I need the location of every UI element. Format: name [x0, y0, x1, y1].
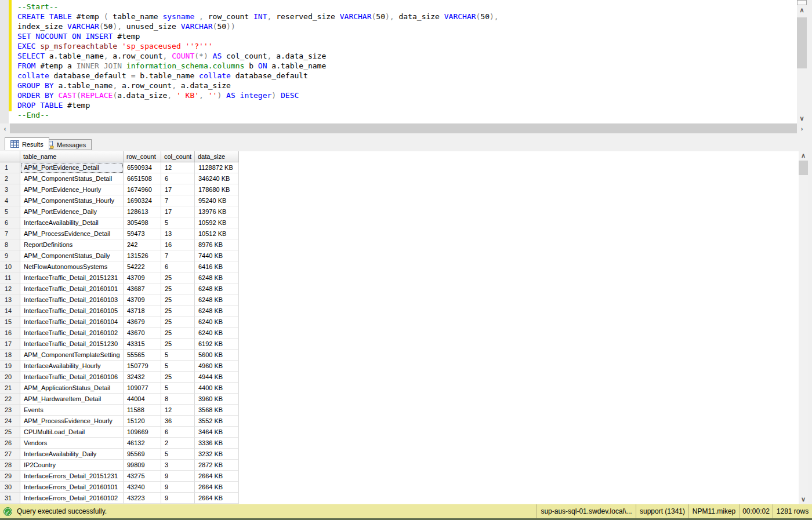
grid-cell[interactable]: 6248 KB — [195, 306, 239, 317]
scroll-down-icon[interactable]: ∨ — [799, 495, 808, 504]
column-header-col_count[interactable]: col_count — [161, 151, 195, 162]
grid-cell[interactable]: 9 — [161, 493, 195, 504]
row-number[interactable]: 24 — [0, 416, 20, 427]
grid-cell[interactable]: 305498 — [124, 217, 161, 228]
grid-cell[interactable]: 10512 KB — [195, 228, 239, 239]
grid-corner-cell[interactable] — [0, 151, 20, 162]
column-header-data_size[interactable]: data_size — [195, 151, 239, 162]
grid-cell[interactable]: 5 — [161, 217, 195, 228]
grid-cell[interactable]: 25 — [161, 339, 195, 350]
grid-cell[interactable]: 5600 KB — [195, 350, 239, 361]
grid-cell[interactable]: 43679 — [124, 317, 161, 328]
grid-cell[interactable]: 3552 KB — [195, 416, 239, 427]
row-number[interactable]: 20 — [0, 372, 20, 383]
row-number[interactable]: 11 — [0, 272, 20, 283]
scroll-left-icon[interactable]: ‹ — [0, 123, 10, 133]
grid-cell[interactable]: 3960 KB — [195, 394, 239, 405]
editor-horizontal-scrollbar[interactable]: ‹ › — [0, 123, 807, 133]
grid-cell[interactable]: 1690324 — [124, 195, 161, 206]
grid-cell[interactable]: 17 — [161, 184, 195, 195]
grid-cell[interactable]: 7 — [161, 250, 195, 261]
grid-cell[interactable]: 8 — [161, 394, 195, 405]
grid-cell[interactable]: 6590934 — [124, 162, 161, 173]
grid-cell[interactable]: 32432 — [124, 372, 161, 383]
grid-cell[interactable]: 43687 — [124, 283, 161, 294]
grid-cell[interactable]: 43240 — [124, 482, 161, 493]
grid-cell[interactable]: 25 — [161, 372, 195, 383]
grid-cell[interactable]: 44004 — [124, 394, 161, 405]
grid-cell[interactable]: 2872 KB — [195, 460, 239, 471]
grid-vscroll-thumb[interactable] — [799, 161, 808, 175]
editor-vertical-scrollbar[interactable]: ∧ ∨ — [797, 0, 807, 123]
grid-cell[interactable]: 5 — [161, 350, 195, 361]
row-number[interactable]: 18 — [0, 350, 20, 361]
grid-cell[interactable]: InterfaceTraffic_Detail_20151230 — [20, 339, 124, 350]
grid-cell[interactable]: APM_ComponentStatus_Daily — [20, 250, 124, 261]
grid-cell[interactable]: InterfaceAvailability_Hourly — [20, 361, 124, 372]
grid-cell[interactable]: InterfaceTraffic_Detail_20160102 — [20, 328, 124, 339]
row-number[interactable]: 26 — [0, 438, 20, 449]
grid-cell[interactable]: InterfaceTraffic_Detail_20160104 — [20, 317, 124, 328]
row-number[interactable]: 29 — [0, 471, 20, 482]
grid-cell[interactable]: Events — [20, 405, 124, 416]
grid-cell[interactable]: 95240 KB — [195, 195, 239, 206]
grid-cell[interactable]: InterfaceTraffic_Detail_20151231 — [20, 272, 124, 283]
grid-vertical-scrollbar[interactable]: ∧ ∨ — [799, 151, 808, 504]
grid-cell[interactable]: 10592 KB — [195, 217, 239, 228]
row-number[interactable]: 7 — [0, 228, 20, 239]
row-number[interactable]: 10 — [0, 261, 20, 272]
row-number[interactable]: 2 — [0, 173, 20, 184]
tab-results[interactable]: Results — [5, 137, 49, 150]
grid-cell[interactable]: 2 — [161, 438, 195, 449]
grid-cell[interactable]: 25 — [161, 283, 195, 294]
grid-cell[interactable]: 6248 KB — [195, 272, 239, 283]
grid-cell[interactable]: 3232 KB — [195, 449, 239, 460]
grid-cell[interactable]: 9 — [161, 471, 195, 482]
grid-cell[interactable]: APM_ComponentTemplateSetting — [20, 350, 124, 361]
grid-cell[interactable]: 43709 — [124, 272, 161, 283]
grid-cell[interactable]: 1674960 — [124, 184, 161, 195]
grid-cell[interactable]: 43275 — [124, 471, 161, 482]
row-number[interactable]: 25 — [0, 427, 20, 438]
row-number[interactable]: 14 — [0, 306, 20, 317]
grid-cell[interactable]: 131526 — [124, 250, 161, 261]
grid-cell[interactable]: 43315 — [124, 339, 161, 350]
grid-cell[interactable]: 2664 KB — [195, 493, 239, 504]
grid-cell[interactable]: 6 — [161, 427, 195, 438]
row-number[interactable]: 31 — [0, 493, 20, 504]
scroll-up-icon[interactable]: ∧ — [797, 6, 807, 14]
grid-cell[interactable]: 3464 KB — [195, 427, 239, 438]
grid-cell[interactable]: Vendors — [20, 438, 124, 449]
grid-cell[interactable]: APM_ApplicationStatus_Detail — [20, 383, 124, 394]
grid-cell[interactable]: 6416 KB — [195, 261, 239, 272]
grid-cell[interactable]: 6 — [161, 261, 195, 272]
grid-cell[interactable]: 6240 KB — [195, 317, 239, 328]
grid-cell[interactable]: APM_PortEvidence_Detail — [20, 162, 124, 173]
grid-cell[interactable]: 4400 KB — [195, 383, 239, 394]
row-number[interactable]: 13 — [0, 294, 20, 306]
grid-cell[interactable]: 8976 KB — [195, 239, 239, 250]
grid-cell[interactable]: 25 — [161, 328, 195, 339]
row-number[interactable]: 27 — [0, 449, 20, 460]
grid-cell[interactable]: APM_HardwareItem_Detail — [20, 394, 124, 405]
grid-cell[interactable]: 59473 — [124, 228, 161, 239]
grid-cell[interactable]: 7440 KB — [195, 250, 239, 261]
grid-cell[interactable]: 1128872 KB — [195, 162, 239, 173]
row-number[interactable]: 4 — [0, 195, 20, 206]
grid-cell[interactable]: 6651508 — [124, 173, 161, 184]
row-number[interactable]: 6 — [0, 217, 20, 228]
grid-cell[interactable]: 109077 — [124, 383, 161, 394]
editor-split-handle[interactable] — [797, 0, 807, 5]
row-number[interactable]: 1 — [0, 162, 20, 173]
grid-cell[interactable]: 11588 — [124, 405, 161, 416]
scroll-up-icon[interactable]: ∧ — [799, 151, 808, 160]
grid-cell[interactable]: 55565 — [124, 350, 161, 361]
grid-cell[interactable]: 346240 KB — [195, 173, 239, 184]
grid-cell[interactable]: 150779 — [124, 361, 161, 372]
grid-cell[interactable]: 43223 — [124, 493, 161, 504]
grid-cell[interactable]: 6 — [161, 173, 195, 184]
grid-cell[interactable]: 4960 KB — [195, 361, 239, 372]
editor-hscroll-thumb[interactable] — [10, 123, 797, 133]
grid-cell[interactable]: InterfaceAvailability_Daily — [20, 449, 124, 460]
grid-cell[interactable]: InterfaceTraffic_Detail_20160105 — [20, 306, 124, 317]
